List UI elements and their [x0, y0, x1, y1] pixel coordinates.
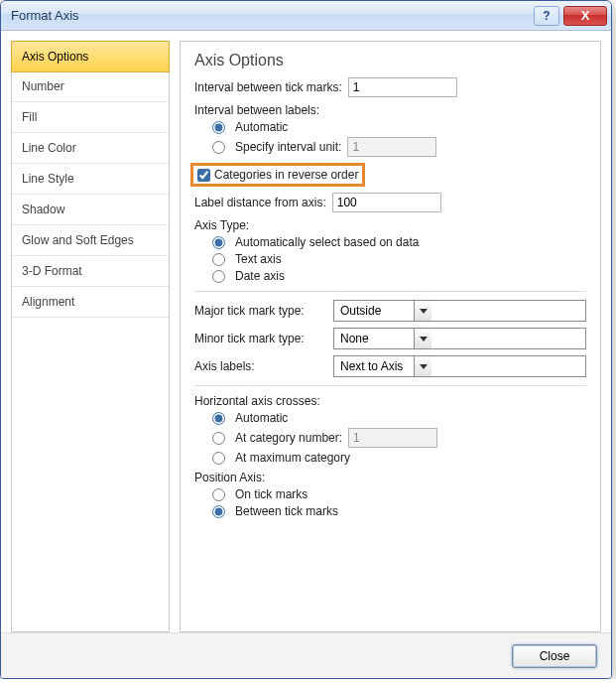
- label-pos-between: Between tick marks: [235, 504, 338, 518]
- label-axis-type-text: Text axis: [235, 252, 282, 266]
- radio-interval-automatic[interactable]: [212, 121, 225, 134]
- highlight-categories-reverse: Categories in reverse order: [190, 163, 365, 187]
- sidebar-item-3d-format[interactable]: 3-D Format: [12, 256, 169, 287]
- help-button[interactable]: ?: [534, 6, 559, 26]
- row-axis-type-date: Date axis: [212, 269, 586, 283]
- sidebar-item-axis-options[interactable]: Axis Options: [11, 41, 170, 72]
- label-position-axis: Position Axis:: [194, 471, 586, 484]
- label-label-distance: Label distance from axis:: [194, 196, 326, 209]
- chevron-down-icon: [420, 309, 428, 314]
- label-pos-on-ticks: On tick marks: [235, 487, 308, 501]
- row-pos-on-ticks: On tick marks: [212, 487, 586, 501]
- label-axis-type-date: Date axis: [235, 269, 285, 283]
- label-axis-labels: Axis labels:: [194, 359, 333, 373]
- row-hcross-max: At maximum category: [212, 451, 586, 465]
- row-interval-specify: Specify interval unit:: [212, 137, 586, 157]
- select-major-tick-value: Outside: [334, 301, 414, 321]
- select-major-tick[interactable]: Outside: [333, 300, 586, 322]
- format-axis-dialog: Format Axis ? X Axis Options Number Fill…: [0, 0, 612, 679]
- select-minor-tick-value: None: [334, 329, 414, 348]
- sidebar-item-glow-soft-edges[interactable]: Glow and Soft Edges: [12, 225, 169, 256]
- select-minor-tick[interactable]: None: [333, 328, 586, 349]
- label-categories-reverse: Categories in reverse order: [214, 168, 358, 182]
- row-interval-ticks: Interval between tick marks:: [194, 77, 586, 97]
- window-title: Format Axis: [11, 8, 534, 23]
- radio-axis-type-auto[interactable]: [212, 236, 225, 249]
- radio-pos-between[interactable]: [212, 505, 225, 518]
- select-axis-labels[interactable]: Next to Axis: [333, 355, 586, 377]
- close-button[interactable]: Close: [512, 644, 597, 668]
- separator-2: [194, 385, 586, 386]
- radio-axis-type-text[interactable]: [212, 253, 225, 266]
- input-hcross-category[interactable]: [348, 428, 437, 448]
- row-hcross-cat: At category number:: [212, 428, 586, 448]
- label-interval-automatic: Automatic: [235, 120, 288, 134]
- input-interval-specify[interactable]: [347, 137, 436, 157]
- sidebar-item-number[interactable]: Number: [12, 71, 169, 102]
- row-axis-type-auto: Automatically select based on data: [212, 235, 586, 249]
- sidebar-item-fill[interactable]: Fill: [12, 102, 169, 133]
- label-major-tick: Major tick mark type:: [194, 304, 333, 318]
- chevron-down-icon: [420, 364, 428, 369]
- dialog-body: Axis Options Number Fill Line Color Line…: [1, 31, 611, 632]
- dialog-footer: Close: [1, 632, 611, 678]
- label-axis-type-auto: Automatically select based on data: [235, 235, 419, 249]
- select-axis-labels-arrow: [414, 356, 431, 376]
- row-pos-between: Between tick marks: [212, 504, 586, 518]
- tick-mark-grid: Major tick mark type: Outside Minor tick…: [194, 300, 586, 377]
- label-interval-specify: Specify interval unit:: [235, 140, 341, 154]
- panel-heading: Axis Options: [194, 52, 586, 69]
- label-axis-type: Axis Type:: [194, 218, 586, 232]
- select-minor-tick-arrow: [414, 329, 431, 348]
- label-hcross-auto: Automatic: [235, 411, 288, 425]
- radio-hcross-max[interactable]: [212, 452, 225, 465]
- radio-hcross-category[interactable]: [212, 432, 225, 445]
- titlebar: Format Axis ? X: [1, 1, 611, 31]
- checkbox-categories-reverse[interactable]: [197, 169, 210, 182]
- row-interval-auto: Automatic: [212, 120, 586, 134]
- sidebar-item-line-color[interactable]: Line Color: [12, 133, 169, 164]
- label-interval-ticks: Interval between tick marks:: [194, 80, 342, 94]
- row-axis-type-text: Text axis: [212, 252, 586, 266]
- select-axis-labels-value: Next to Axis: [334, 356, 414, 376]
- sidebar-item-shadow[interactable]: Shadow: [12, 195, 169, 225]
- sidebar-item-line-style[interactable]: Line Style: [12, 164, 169, 195]
- label-interval-labels: Interval between labels:: [194, 103, 586, 117]
- close-icon: X: [581, 8, 590, 23]
- radio-axis-type-date[interactable]: [212, 270, 225, 283]
- row-label-distance: Label distance from axis:: [194, 193, 586, 212]
- separator-1: [194, 291, 586, 292]
- label-hcross-category: At category number:: [235, 431, 342, 445]
- help-icon: ?: [543, 9, 550, 23]
- options-panel: Axis Options Interval between tick marks…: [180, 41, 601, 632]
- row-hcross-auto: Automatic: [212, 411, 586, 425]
- radio-interval-specify[interactable]: [212, 141, 225, 154]
- category-sidebar: Axis Options Number Fill Line Color Line…: [11, 41, 170, 632]
- input-label-distance[interactable]: [332, 193, 441, 212]
- chevron-down-icon: [420, 337, 428, 342]
- label-minor-tick: Minor tick mark type:: [194, 332, 333, 345]
- select-major-tick-arrow: [414, 301, 431, 321]
- label-hcross: Horizontal axis crosses:: [194, 394, 586, 408]
- radio-pos-on-ticks[interactable]: [212, 488, 225, 501]
- window-close-button[interactable]: X: [563, 6, 607, 26]
- input-interval-ticks[interactable]: [348, 77, 457, 97]
- radio-hcross-auto[interactable]: [212, 412, 225, 425]
- sidebar-item-alignment[interactable]: Alignment: [12, 287, 169, 318]
- label-hcross-max: At maximum category: [235, 451, 350, 465]
